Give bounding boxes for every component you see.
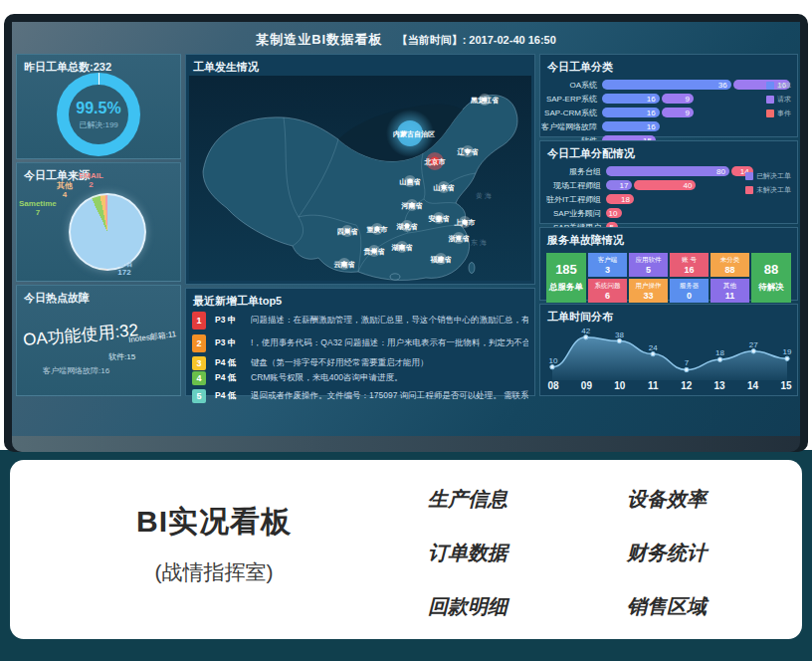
- time-data-label: 19: [783, 347, 792, 356]
- fault-tile-server: 服务器0: [670, 279, 709, 303]
- svg-text:湖南省: 湖南省: [391, 244, 414, 252]
- top5-row-3: 3 P4 低 键盘（第一排字母不好用经常需要重启才能用）: [192, 356, 528, 370]
- menu-item-payment-detail[interactable]: 回款明细: [428, 593, 547, 620]
- svg-text:黑龙江省: 黑龙江省: [471, 97, 500, 105]
- panel-order-assignment: 今日工单分配情况 服务台组 80 14 现场工程师组 17 40 驻外IT工程师…: [539, 140, 798, 224]
- priority-label: P4 低: [215, 372, 251, 384]
- ticket-description: CRM账号权限，来电400咨询申请进度。: [251, 372, 528, 384]
- time-chart-svg: 104238247182719: [544, 327, 795, 382]
- time-data-point: [651, 351, 655, 355]
- card-menu: 生产信息 设备效率 订单数据 财务统计 回款明细 销售区域: [428, 486, 746, 620]
- info-card: BI实况看板 (战情指挥室) 生产信息 设备效率 订单数据 财务统计 回款明细 …: [10, 460, 802, 639]
- svg-text:北京市: 北京市: [424, 157, 446, 166]
- panel-map: 工单发生情况: [185, 54, 535, 285]
- time-data-point: [751, 349, 755, 353]
- panel-fault-grid: 服务单故障情况 185 总服务单 客户端3 应用软件5 账 号16 未分类88 …: [539, 227, 798, 301]
- legend-swatch: [766, 82, 774, 90]
- svg-text:重庆市: 重庆市: [366, 225, 388, 234]
- svg-text:内蒙古自治区: 内蒙古自治区: [393, 129, 435, 138]
- assignment-legend: 已解决工单 未解决工单: [745, 171, 791, 195]
- panel-time-distribution-title: 工单时间分布: [540, 305, 797, 325]
- svg-text:上海市: 上海市: [454, 218, 476, 227]
- panel-time-distribution: 工单时间分布 104238247182719 0809 1011 1213: [539, 304, 798, 396]
- cloud-word-client-network: 客户端网络故障:16: [43, 365, 109, 376]
- panel-hot-faults: 今日热点故障 OA功能使用:32 Inotes邮箱:11 软件:15 客户端网络…: [16, 285, 181, 396]
- panel-order-category-title: 今日工单分类: [540, 55, 797, 75]
- menu-item-equipment-efficiency[interactable]: 设备效率: [627, 486, 746, 513]
- svg-text:云南省: 云南省: [334, 261, 356, 269]
- bar-row: SAP-ERP系统 16 9: [540, 93, 797, 105]
- svg-text:福建省: 福建省: [430, 255, 453, 264]
- panel-top5: 最近新增工单top5 1 P3 中 问题描述：在薪酬激励管理，激励汇总里，导这个…: [185, 288, 535, 396]
- dashboard-screen: 某制造业BI数据看板 【当前时间】: 2017-02-40 16:50 昨日工单…: [12, 22, 800, 436]
- rank-badge: 2: [192, 334, 206, 352]
- bar-row: OA系统 36 16: [540, 79, 797, 91]
- category-legend: 故障 请求 事件: [766, 81, 791, 118]
- bar-row: SAP业务顾问 10: [540, 207, 797, 219]
- svg-text:山西省: 山西省: [400, 178, 422, 186]
- fault-grid: 185 总服务单 客户端3 应用软件5 账 号16 未分类88 系统问题6 用户…: [540, 248, 797, 303]
- menu-item-finance-stats[interactable]: 财务统计: [627, 540, 746, 566]
- panel-order-category: 今日工单分类 OA系统 36 16 SAP-ERP系统 16 9 SAP-CRM…: [539, 54, 798, 137]
- fault-tile-useraction: 用户操作33: [629, 279, 668, 303]
- bar-row: 客户端网络故障 16: [540, 120, 797, 132]
- time-data-label: 42: [581, 327, 590, 335]
- menu-item-production-info[interactable]: 生产信息: [428, 486, 547, 513]
- pie-label-phone: 电话172: [116, 259, 132, 277]
- ticket-description: 退回或者作废操作。文件编号：175097 询问工程师是否可以处理。 需联系：00…: [251, 390, 528, 402]
- rank-badge: 5: [192, 389, 206, 403]
- page: BI实况看板 (战情指挥室) 生产信息 设备效率 订单数据 财务统计 回款明细 …: [0, 0, 812, 661]
- china-map: 黄海 东海 内蒙古自治区 北京市 黑龙江省 辽宁省 山西省 山东省 河南省: [189, 76, 531, 281]
- category-bar-chart: OA系统 36 16 SAP-ERP系统 16 9 SAP-CRM系统 16 9: [540, 79, 797, 146]
- menu-item-sales-region[interactable]: 销售区域: [627, 593, 746, 620]
- map-hainan: [390, 274, 400, 280]
- ticket-description: !，使用事务代码：QA32 问题描述：用户来电表示有一批物料，判定为不合格，在S…: [251, 337, 528, 349]
- rank-badge: 3: [192, 356, 206, 370]
- fault-tile-client: 客户端3: [588, 253, 627, 277]
- menu-item-order-data[interactable]: 订单数据: [428, 540, 547, 566]
- time-data-label: 7: [685, 358, 690, 367]
- map-taiwan: [469, 263, 475, 274]
- pie-label-email: EMAIL2: [79, 171, 103, 189]
- priority-label: P3 中: [215, 315, 251, 327]
- legend-swatch: [745, 186, 753, 194]
- card-subtitle: (战情指挥室): [65, 558, 363, 586]
- time-data-label: 27: [749, 340, 758, 349]
- panel-order-assignment-title: 今日工单分配情况: [540, 141, 797, 161]
- legend-swatch: [745, 172, 753, 180]
- ticket-description: 问题描述：在薪酬激励管理，激励汇总里，导这个销售中心的激励汇总，有个人（0004…: [251, 315, 528, 327]
- dashboard-monitor-frame: 某制造业BI数据看板 【当前时间】: 2017-02-40 16:50 昨日工单…: [4, 14, 808, 452]
- resolved-percent: 99.5%: [76, 100, 120, 117]
- card-title: BI实况看板: [65, 502, 363, 543]
- top5-row-2: 2 P3 中 !，使用事务代码：QA32 问题描述：用户来电表示有一批物料，判定…: [192, 334, 528, 352]
- time-data-point: [584, 335, 588, 339]
- bar-row: SAP-CRM系统 16 9: [540, 107, 797, 118]
- svg-text:四川省: 四川省: [337, 228, 359, 236]
- legend-swatch: [766, 110, 774, 117]
- panel-hot-faults-title: 今日热点故障: [17, 286, 180, 306]
- svg-text:辽宁省: 辽宁省: [457, 147, 480, 156]
- time-data-label: 38: [615, 330, 624, 339]
- top5-row-5: 5 P4 低 退回或者作废操作。文件编号：175097 询问工程师是否可以处理。…: [192, 389, 528, 403]
- panel-order-source: 今日工单来源 EMAIL2 其他4 Sametime7 电话172: [16, 162, 181, 282]
- info-card-heading: BI实况看板 (战情指挥室): [65, 502, 363, 586]
- fault-pending-box: 88 待解决: [751, 253, 791, 303]
- time-data-point: [550, 364, 554, 368]
- panel-map-title: 工单发生情况: [186, 55, 534, 75]
- legend-swatch: [766, 96, 774, 104]
- svg-text:山东省: 山东省: [434, 183, 456, 192]
- svg-text:湖北省: 湖北省: [396, 223, 419, 231]
- top5-row-1: 1 P3 中 问题描述：在薪酬激励管理，激励汇总里，导这个销售中心的激励汇总，有…: [192, 312, 528, 330]
- dashboard-header: 某制造业BI数据看板 【当前时间】: 2017-02-40 16:50: [12, 30, 800, 49]
- panel-fault-grid-title: 服务单故障情况: [540, 228, 797, 248]
- time-data-point: [685, 367, 689, 371]
- fault-tile-unclassified: 未分类88: [710, 253, 749, 277]
- pie-label-sametime: Sametime7: [19, 199, 57, 217]
- fault-tile-other: 其他11: [710, 279, 749, 303]
- priority-label: P3 中: [215, 337, 251, 349]
- panel-yesterday-total: 昨日工单总数:232 99.5% 已解决:199: [16, 54, 181, 159]
- svg-text:贵州省: 贵州省: [363, 247, 386, 256]
- fault-tile-account: 账 号16: [670, 253, 709, 277]
- monitor-stand: [12, 436, 800, 452]
- cloud-word-oa: OA功能使用:32: [22, 319, 139, 351]
